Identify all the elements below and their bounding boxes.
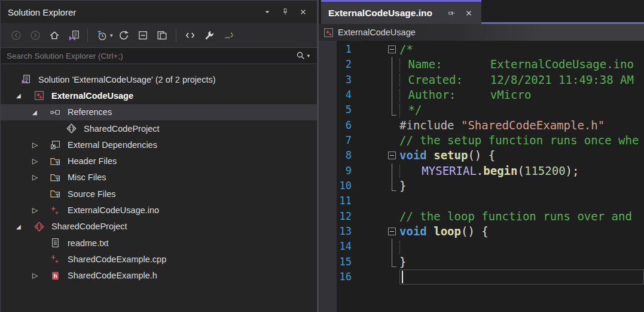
search-input[interactable] (1, 52, 296, 60)
line-number: 9 (319, 163, 370, 178)
doc-text-icon (50, 238, 63, 249)
line-number: 7 (319, 133, 370, 148)
outlining-margin (384, 102, 399, 117)
outlining-margin[interactable] (384, 224, 399, 239)
expanded-arrow-icon[interactable]: ◢ (30, 109, 50, 116)
code-text (399, 269, 644, 284)
outlining-margin (384, 87, 399, 102)
back-icon (11, 30, 22, 41)
change-margin (370, 239, 384, 254)
tree-item-readme-txt[interactable]: readme.txt (1, 235, 317, 251)
code-line: 4 Author: vMicro (319, 87, 644, 102)
tree-item-references[interactable]: ◢References (1, 104, 317, 120)
fold-toggle-icon[interactable] (388, 46, 396, 53)
view-code-icon (185, 30, 196, 41)
tree-item-sharedcodeproject[interactable]: SharedCodeProject (1, 120, 317, 137)
shared-diamond-red-icon (34, 221, 47, 232)
expanded-arrow-icon[interactable]: ◢ (14, 92, 34, 99)
indent-guide (399, 74, 400, 87)
code-text: /* (399, 42, 644, 57)
view-code-button[interactable] (182, 28, 198, 43)
window-position-button[interactable] (261, 5, 274, 19)
outlining-margin (384, 178, 399, 193)
search-button[interactable]: ▾ (296, 51, 317, 60)
code-line: 11 (319, 193, 644, 208)
outlining-margin[interactable] (384, 42, 399, 57)
tree-item-label: Solution 'ExternalCodeUsage' (2 of 2 pro… (38, 75, 216, 84)
back-button[interactable] (8, 28, 24, 43)
document-tab[interactable]: ExternalCodeUsage.ino (321, 0, 481, 24)
magnifier-icon (296, 51, 306, 60)
tree-item-externalcodeusage[interactable]: ◢++ExternalCodeUsage (1, 87, 317, 104)
collapsed-arrow-icon[interactable]: ▷ (30, 141, 50, 149)
references-icon (50, 107, 63, 117)
document-tab-strip: ExternalCodeUsage.ino (319, 0, 644, 24)
toolbar-separator (87, 29, 88, 42)
code-line: 10} (319, 178, 644, 193)
text-cursor (402, 271, 403, 283)
tree-item-label: ExternalCodeUsage (51, 91, 133, 101)
tab-title: ExternalCodeUsage.ino (328, 8, 432, 19)
switch-views-button[interactable] (66, 28, 81, 43)
tree-item-label: Source Files (68, 189, 116, 199)
tree-item-solution-externalcodeusage-2-of-2-projects[interactable]: Solution 'ExternalCodeUsage' (2 of 2 pro… (1, 71, 317, 87)
forward-button[interactable] (28, 28, 43, 43)
tree-item-misc-files[interactable]: ▷Misc Files (1, 169, 317, 186)
change-margin (370, 193, 384, 208)
refresh-button[interactable] (116, 28, 132, 43)
expanded-arrow-icon[interactable]: ◢ (14, 223, 34, 230)
collapse-all-icon (138, 30, 148, 41)
svg-text:+: + (329, 31, 332, 37)
collapsed-arrow-icon[interactable]: ▷ (30, 157, 50, 165)
solution-explorer-titlebar[interactable]: Solution Explorer (1, 1, 317, 23)
code-editor[interactable]: 1/*2 Name: ExternalCodeUsage.ino3 Create… (319, 41, 644, 312)
tree-item-source-files[interactable]: Source Files (1, 186, 317, 202)
code-text: void setup() { (399, 148, 644, 163)
line-number: 3 (319, 72, 370, 87)
sketch-icon: ++ (50, 205, 63, 216)
change-margin (370, 57, 384, 72)
tree-item-externalcodeusage-ino[interactable]: ▷++ExternalCodeUsage.ino (1, 202, 317, 218)
tab-pin-button[interactable] (447, 8, 457, 19)
change-margin (370, 209, 384, 224)
editor-panel: ExternalCodeUsage.ino ++ ExternalCodeUsa… (319, 0, 644, 312)
outlining-margin[interactable] (384, 148, 399, 163)
visual-studio-window: Solution Explorer ▾ ▾ Solution 'External… (0, 0, 644, 312)
folder-filter-icon (50, 172, 63, 183)
project-dropdown[interactable]: ++ ExternalCodeUsage (323, 28, 416, 38)
collapsed-arrow-icon[interactable]: ▷ (30, 206, 50, 214)
change-margin (370, 178, 384, 193)
svg-text:+: + (55, 258, 59, 264)
code-text: */ (399, 102, 644, 117)
collapsed-arrow-icon[interactable]: ▷ (30, 173, 50, 181)
preview-selected-items-button[interactable] (221, 28, 236, 43)
tree-item-sharedcodeexample-h[interactable]: ▷hSharedCodeExample.h (1, 268, 317, 284)
outlining-margin (384, 57, 399, 72)
tree-item-label: Misc Files (68, 172, 106, 182)
svg-text:+: + (39, 94, 42, 100)
tree-item-sharedcodeexample-cpp[interactable]: ++SharedCodeExample.cpp (1, 251, 317, 267)
close-button[interactable] (297, 5, 310, 19)
code-line: 3 Created: 12/8/2021 11:49:38 AM (319, 72, 644, 87)
indent-guide (399, 59, 400, 72)
tree-item-header-files[interactable]: ▷Header Files (1, 153, 317, 169)
tree-item-external-dependencies[interactable]: ▷External Dependencies (1, 137, 317, 153)
show-all-files-button[interactable] (154, 28, 170, 43)
indent-guide (399, 165, 400, 178)
collapse-all-button[interactable] (135, 28, 151, 43)
folder-filter-icon (50, 189, 63, 199)
code-line: 8void setup() { (319, 148, 644, 163)
fold-toggle-icon[interactable] (388, 228, 396, 235)
pending-changes-filter-button[interactable] (94, 28, 109, 43)
fold-toggle-icon[interactable] (388, 152, 396, 159)
line-number: 5 (319, 102, 370, 117)
outlining-margin (384, 255, 399, 269)
collapsed-arrow-icon[interactable]: ▷ (30, 271, 50, 280)
home-button[interactable] (47, 28, 62, 43)
properties-button[interactable] (202, 28, 217, 43)
tree-item-sharedcodeproject[interactable]: ◢SharedCodeProject (1, 219, 317, 235)
tab-close-button[interactable] (463, 8, 474, 19)
chevron-down-icon: ▾ (307, 53, 310, 59)
pin-button[interactable] (279, 5, 292, 19)
code-text: // the loop function runs over and (399, 209, 644, 224)
